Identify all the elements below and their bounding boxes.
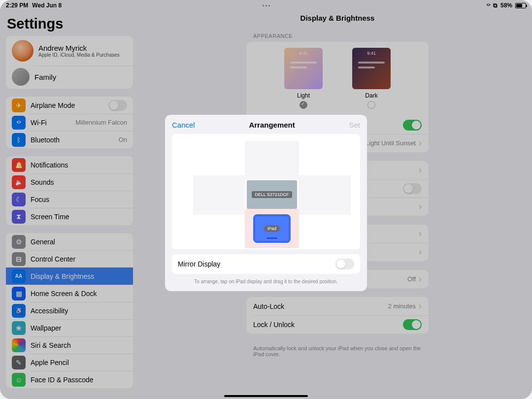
ipad-label: iPad: [264, 225, 280, 232]
external-monitor[interactable]: DELL S2721DGF: [247, 180, 297, 209]
modal-title: Arrangement: [249, 121, 295, 129]
cancel-button[interactable]: Cancel: [172, 121, 195, 129]
ipad-drop-zone[interactable]: iPad: [245, 209, 299, 248]
home-indicator[interactable]: [224, 395, 308, 397]
drop-slot-right[interactable]: [299, 175, 351, 215]
ipad-display[interactable]: iPad: [253, 214, 291, 243]
arrangement-hint: To arrange, tap on iPad display and drag…: [165, 274, 367, 291]
mirror-display-row[interactable]: Mirror Display: [172, 254, 360, 274]
mirror-display-toggle[interactable]: [335, 259, 354, 269]
drop-slot-top[interactable]: [245, 141, 299, 180]
arrangement-canvas[interactable]: DELL S2721DGF iPad: [172, 134, 360, 249]
external-monitor-label: DELL S2721DGF: [252, 191, 292, 198]
mirror-display-label: Mirror Display: [178, 260, 220, 268]
drop-slot-left[interactable]: [193, 175, 245, 215]
arrangement-modal: Cancel Arrangement Set DELL S2721DGF iPa…: [165, 115, 367, 291]
set-button-disabled[interactable]: Set: [349, 121, 360, 129]
